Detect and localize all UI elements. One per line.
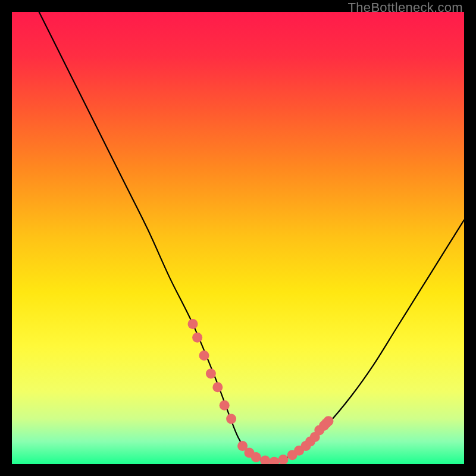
watermark-text: TheBottleneck.com	[348, 0, 463, 15]
marker-dot	[199, 350, 209, 361]
chart-frame	[12, 12, 464, 464]
bottleneck-chart	[12, 12, 464, 464]
marker-dot	[251, 452, 261, 462]
marker-dot	[206, 369, 216, 379]
marker-dot	[192, 333, 202, 343]
marker-dot	[226, 414, 236, 424]
marker-dot	[188, 319, 198, 329]
marker-dot	[220, 400, 230, 411]
marker-dot	[212, 382, 223, 392]
marker-dot	[324, 416, 334, 426]
chart-background	[12, 12, 464, 464]
